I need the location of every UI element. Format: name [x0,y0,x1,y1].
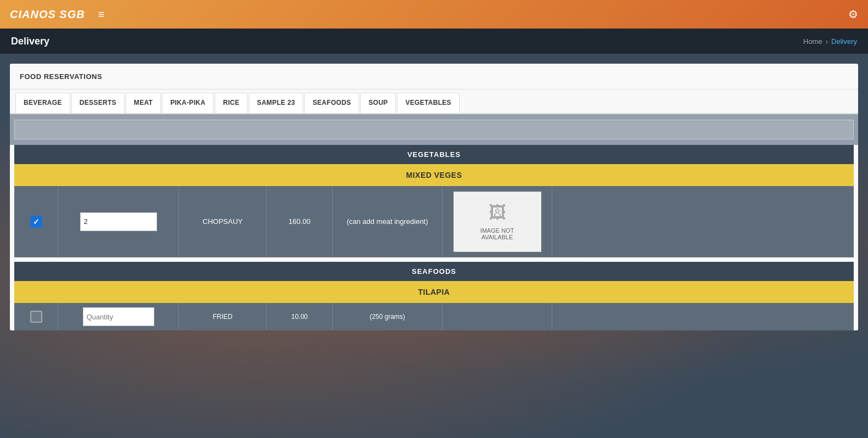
food-reservations-card: FOOD RESERVATIONS BEVERAGE DESSERTS MEAT… [10,64,858,330]
item-description: (250 grams) [369,313,405,321]
page-header: Delivery Home › Delivery [0,29,868,54]
tab-sample23[interactable]: Sample 23 [249,93,303,113]
item-checkbox[interactable] [30,216,42,228]
price-cell: 160.00 [267,186,333,257]
vegetables-section: VEGETABLES MIXED VEGES CHOPSAUY 160.00 (… [14,145,854,257]
menu-icon[interactable]: ≡ [98,8,105,21]
search-input[interactable] [14,120,854,139]
tilapia-header: TILAPIA [14,281,854,303]
tilapia-image-cell [443,303,552,330]
table-row: CHOPSAUY 160.00 (can add meat ingredient… [14,186,854,257]
search-area [10,114,858,145]
image-not-available-text: IMAGE NOTAVAILABLE [480,227,514,240]
quantity-input[interactable] [80,212,157,231]
tilapia-quantity-cell [58,303,179,330]
card-header: FOOD RESERVATIONS [10,64,858,89]
content-area: FOOD RESERVATIONS BEVERAGE DESSERTS MEAT… [0,54,868,438]
tab-beverage[interactable]: BEVERAGE [15,93,70,113]
item-checkbox[interactable] [30,311,42,323]
breadcrumb: Home › Delivery [803,37,857,46]
tab-soup[interactable]: SOUP [360,93,396,113]
tabs-bar: BEVERAGE DESSERTS MEAT PIKA-PIKA RICE Sa… [10,89,858,114]
seafoods-section-header: SEAFOODS [14,262,854,281]
mixed-veges-header: MIXED VEGES [14,164,854,186]
tab-seafoods[interactable]: SEAFOODS [304,93,359,113]
tab-pika-pika[interactable]: PIKA-PIKA [162,93,214,113]
item-name: CHOPSAUY [203,217,243,226]
tab-meat[interactable]: MEAT [126,93,161,113]
vegetables-section-header: VEGETABLES [14,145,854,164]
quantity-cell [58,186,179,257]
table-row: FRIED 10.00 (250 grams) [14,303,854,330]
tilapia-description-cell: (250 grams) [333,303,443,330]
tilapia-name-cell: FRIED [179,303,267,330]
tab-rice[interactable]: RICE [215,93,248,113]
breadcrumb-separator: › [826,37,828,46]
image-cell: 🖼 IMAGE NOTAVAILABLE [443,186,552,257]
brand-name: CIANOS SGB [10,8,85,21]
navbar-left: CIANOS SGB ≡ [10,8,104,21]
item-price: 160.00 [289,217,311,226]
tab-vegetables[interactable]: VEGETABLES [397,93,459,113]
tilapia-checkbox-cell [14,303,58,330]
breadcrumb-current: Delivery [831,37,857,46]
quantity-input[interactable] [83,307,154,326]
seafoods-section: SEAFOODS TILAPIA FRIED 10.00 (250 grams) [14,262,854,330]
image-not-available: 🖼 IMAGE NOTAVAILABLE [453,192,541,252]
description-cell: (can add meat ingredient) [333,186,443,257]
item-name: FRIED [213,313,233,321]
image-placeholder-icon: 🖼 [489,203,506,223]
item-price: 10.00 [291,313,307,321]
page-title: Delivery [11,36,49,47]
card-title: FOOD RESERVATIONS [20,72,102,81]
tilapia-price-cell: 10.00 [267,303,333,330]
item-name-cell: CHOPSAUY [179,186,267,257]
item-description: (can add meat ingredient) [346,217,428,226]
checkbox-cell [14,186,58,257]
breadcrumb-home[interactable]: Home [803,37,822,46]
gear-icon[interactable]: ⚙ [848,8,858,21]
tab-desserts[interactable]: DESSERTS [71,93,125,113]
navbar: CIANOS SGB ≡ ⚙ [0,0,868,29]
